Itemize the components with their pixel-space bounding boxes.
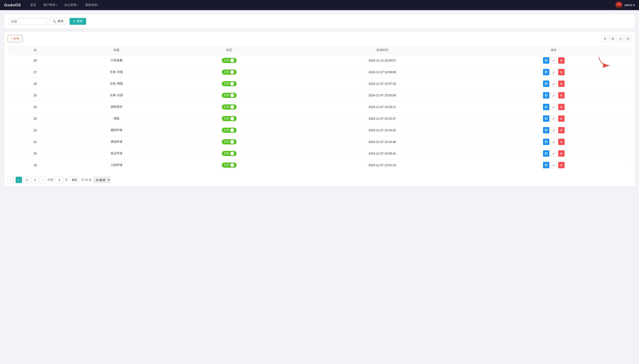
username-button[interactable]: admin ▾ — [624, 4, 635, 7]
col-status: 状态 — [170, 46, 288, 55]
view-button[interactable] — [543, 69, 549, 75]
query-button[interactable]: 🔍 查询 — [49, 18, 67, 25]
delete-button[interactable] — [558, 127, 564, 134]
print-button[interactable]: ⎙ — [617, 35, 624, 42]
reset-button[interactable]: ↻ 重置 — [70, 18, 86, 25]
view-button[interactable] — [543, 92, 549, 98]
chevron-down-icon: ▾ — [77, 4, 78, 6]
table-row: 22 离职申请 启用 2024-11-07 10:19:32 — [8, 124, 632, 136]
per-page-select[interactable]: 10 条/页 20 条/页 50 条/页 — [93, 177, 110, 183]
status-toggle[interactable]: 启用 — [222, 162, 236, 168]
page-1-button[interactable]: 1 — [16, 177, 22, 183]
cell-time: 2024-11-07 10:09:41 — [288, 148, 476, 160]
status-toggle[interactable]: 启用 — [222, 93, 236, 98]
status-toggle[interactable]: 启用 — [222, 58, 236, 63]
cell-actions — [476, 148, 632, 160]
prev-page-button[interactable]: ‹ — [8, 177, 14, 183]
cell-time: 2024-11-07 10:57:18 — [288, 78, 476, 90]
edit-button[interactable] — [550, 127, 557, 134]
edit-button[interactable] — [550, 162, 557, 168]
svg-rect-22 — [545, 94, 547, 96]
status-toggle[interactable]: 启用 — [222, 151, 236, 156]
svg-rect-4 — [545, 60, 547, 62]
svg-rect-34 — [545, 118, 547, 120]
table-toolbar: + 新增 ↻ ⊞ ⎙ ⊟ — [8, 35, 632, 42]
svg-line-31 — [554, 106, 554, 107]
view-button[interactable] — [543, 162, 549, 168]
edit-button[interactable] — [550, 92, 557, 98]
status-label: 启用 — [224, 163, 229, 167]
delete-button[interactable] — [558, 139, 564, 145]
edit-button[interactable] — [550, 104, 557, 110]
nav-item-system-management[interactable]: 系统管理 ▾ — [82, 2, 102, 8]
refresh-table-button[interactable]: ↻ — [602, 35, 608, 42]
delete-button[interactable] — [558, 150, 564, 157]
edit-button[interactable] — [550, 80, 557, 87]
view-button[interactable] — [543, 104, 549, 110]
chevron-down-icon: ▾ — [98, 4, 99, 6]
view-button[interactable] — [543, 57, 549, 64]
view-button[interactable] — [543, 150, 549, 157]
grid-view-button[interactable]: ⊞ — [610, 35, 616, 42]
view-button[interactable] — [543, 139, 549, 145]
cell-actions — [476, 90, 632, 101]
svg-rect-28 — [545, 106, 547, 108]
view-button[interactable] — [543, 80, 549, 87]
view-button[interactable] — [543, 127, 549, 134]
cell-id: 22 — [8, 124, 63, 136]
confirm-jump-button[interactable]: 确定 — [70, 177, 80, 183]
delete-button[interactable] — [558, 104, 564, 110]
page-jump-input[interactable] — [55, 177, 64, 183]
action-btns — [480, 92, 628, 98]
delete-button[interactable] — [558, 80, 564, 87]
cell-actions — [476, 160, 632, 171]
search-icon: 🔍 — [53, 20, 56, 23]
delete-button[interactable] — [558, 162, 564, 168]
delete-button[interactable] — [558, 116, 564, 122]
edit-button[interactable] — [550, 57, 557, 64]
cell-id: 20 — [8, 148, 63, 160]
status-toggle[interactable]: 启用 — [222, 70, 236, 74]
chevron-down-icon: ▾ — [56, 4, 57, 6]
edit-button[interactable] — [550, 150, 557, 157]
page-3-button[interactable]: 3 — [32, 177, 38, 183]
status-toggle[interactable]: 启用 — [222, 139, 236, 144]
svg-line-43 — [554, 130, 554, 130]
next-page-button[interactable]: › — [40, 177, 46, 183]
cell-time: 2024-11-07 10:29:11 — [288, 101, 476, 113]
nav-item-home[interactable]: 首页 — [27, 2, 39, 8]
status-toggle[interactable]: 启用 — [222, 116, 236, 121]
status-label: 启用 — [224, 128, 229, 132]
status-toggle[interactable]: 启用 — [222, 128, 236, 133]
table-row: 19 入职申请 启用 2024-11-07 10:01:15 — [8, 160, 632, 171]
cell-status: 启用 — [170, 124, 288, 136]
cell-title: 离职申请 — [63, 124, 170, 136]
edit-button[interactable] — [550, 116, 557, 122]
search-input[interactable] — [8, 18, 46, 25]
status-toggle[interactable]: 启用 — [222, 104, 236, 110]
toggle-dot — [230, 152, 234, 155]
export-button[interactable]: ⊟ — [624, 35, 632, 42]
delete-button[interactable] — [558, 69, 564, 75]
page-2-button[interactable]: 2 — [24, 177, 30, 183]
avatar — [616, 2, 622, 8]
edit-button[interactable] — [550, 139, 557, 145]
edit-button[interactable] — [550, 69, 557, 75]
page-label: 页 — [65, 178, 68, 182]
pagination: ‹ 1 2 3 › 到第 页 确定 共 28 条 10 条/页 20 条/页 5… — [8, 174, 632, 183]
view-button[interactable] — [543, 116, 549, 122]
nav-item-user-management[interactable]: 用户管理 ▾ — [40, 2, 60, 8]
cell-title: 调动申请 — [63, 136, 170, 148]
svg-line-61 — [554, 165, 554, 165]
add-button[interactable]: + 新增 — [8, 35, 22, 42]
total-count: 共 28 条 — [82, 178, 92, 182]
cell-actions — [476, 101, 632, 113]
col-actions: 操作 — [476, 46, 632, 55]
cell-status: 启用 — [170, 90, 288, 101]
toggle-dot — [230, 140, 234, 144]
delete-button[interactable] — [558, 57, 564, 64]
status-toggle[interactable]: 启用 — [222, 81, 236, 86]
nav-item-office-management[interactable]: 办公管理 ▾ — [61, 2, 81, 8]
delete-button[interactable] — [558, 92, 564, 98]
col-title: 标题 — [63, 46, 170, 55]
